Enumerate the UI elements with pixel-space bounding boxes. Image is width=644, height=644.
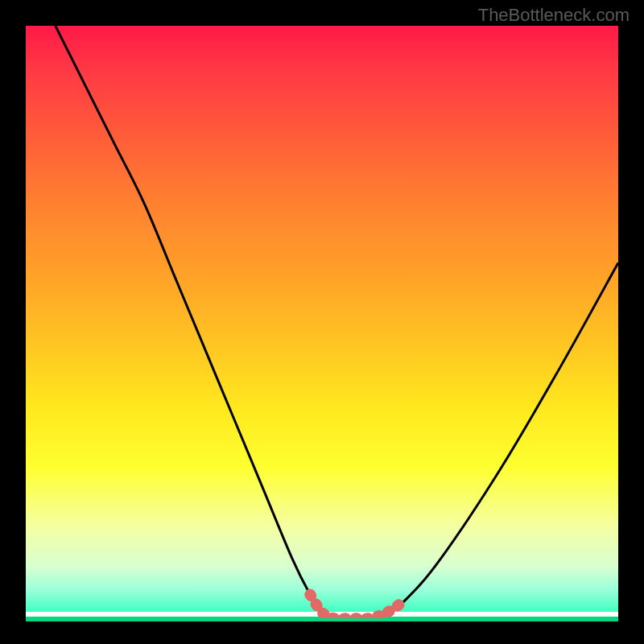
chart-plot-area xyxy=(26,26,618,618)
watermark-text: TheBottleneck.com xyxy=(478,5,630,26)
frame-bottom xyxy=(0,621,644,644)
frame-left xyxy=(0,0,26,644)
bottleneck-curve xyxy=(56,26,618,618)
frame-right xyxy=(618,0,644,644)
optimal-zone-marker xyxy=(310,595,405,618)
